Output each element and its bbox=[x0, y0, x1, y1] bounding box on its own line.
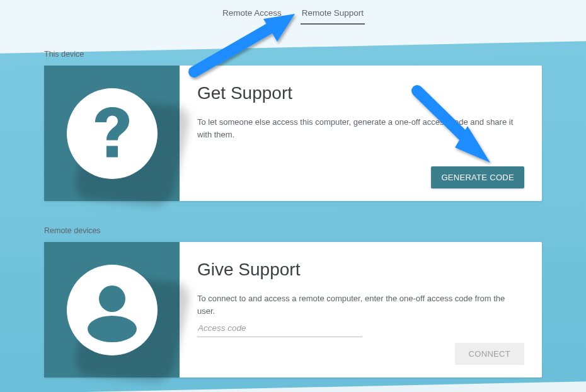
card-give-support-illustration bbox=[44, 242, 180, 378]
card-get-support: Get Support To let someone else access t… bbox=[44, 66, 542, 201]
get-support-title: Get Support bbox=[197, 83, 524, 103]
card-give-support: Give Support To connect to and access a … bbox=[44, 242, 542, 378]
card-get-support-illustration bbox=[44, 66, 180, 201]
card-get-support-body: Get Support To let someone else access t… bbox=[180, 66, 542, 201]
get-support-description: To let someone else access this computer… bbox=[197, 116, 524, 141]
question-mark-icon bbox=[65, 86, 159, 181]
tab-remote-support[interactable]: Remote Support bbox=[301, 3, 365, 25]
svg-rect-1 bbox=[106, 146, 118, 157]
person-icon bbox=[65, 263, 159, 357]
svg-point-3 bbox=[99, 285, 125, 312]
give-support-description: To connect to and access a remote comput… bbox=[197, 292, 524, 317]
give-support-title: Give Support bbox=[197, 260, 524, 280]
give-support-actions: CONNECT bbox=[197, 343, 524, 365]
section-label-this-device: This device bbox=[44, 50, 542, 59]
tab-remote-access[interactable]: Remote Access bbox=[221, 3, 283, 25]
svg-point-4 bbox=[88, 316, 137, 342]
get-support-actions: GENERATE CODE bbox=[197, 166, 524, 188]
tab-bar: Remote Access Remote Support bbox=[44, 0, 542, 25]
section-label-remote-devices: Remote devices bbox=[44, 226, 542, 235]
access-code-input-wrap bbox=[197, 320, 524, 337]
access-code-input[interactable] bbox=[197, 320, 362, 337]
connect-button[interactable]: CONNECT bbox=[455, 343, 524, 365]
card-give-support-body: Give Support To connect to and access a … bbox=[180, 242, 542, 378]
generate-code-button[interactable]: GENERATE CODE bbox=[431, 166, 524, 188]
main-content: Remote Access Remote Support This device… bbox=[0, 0, 586, 378]
